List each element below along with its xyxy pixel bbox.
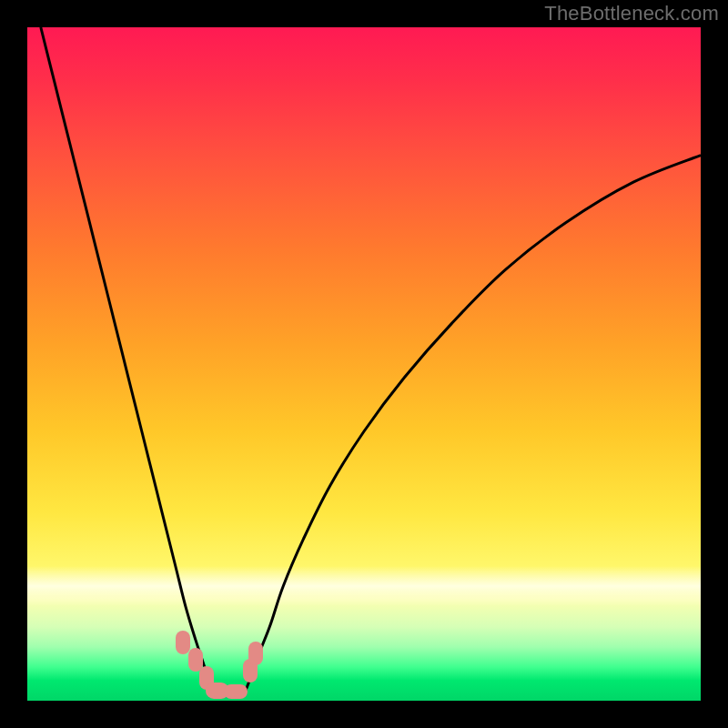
watermark-text: TheBottleneck.com <box>544 2 719 25</box>
chart-frame: TheBottleneck.com <box>0 0 728 728</box>
marker <box>176 631 190 654</box>
right-branch-curve <box>244 156 701 694</box>
marker <box>248 642 263 665</box>
left-branch-curve <box>41 27 215 694</box>
marker <box>224 684 248 699</box>
plot-area <box>27 27 701 701</box>
curve-layer <box>27 27 701 701</box>
